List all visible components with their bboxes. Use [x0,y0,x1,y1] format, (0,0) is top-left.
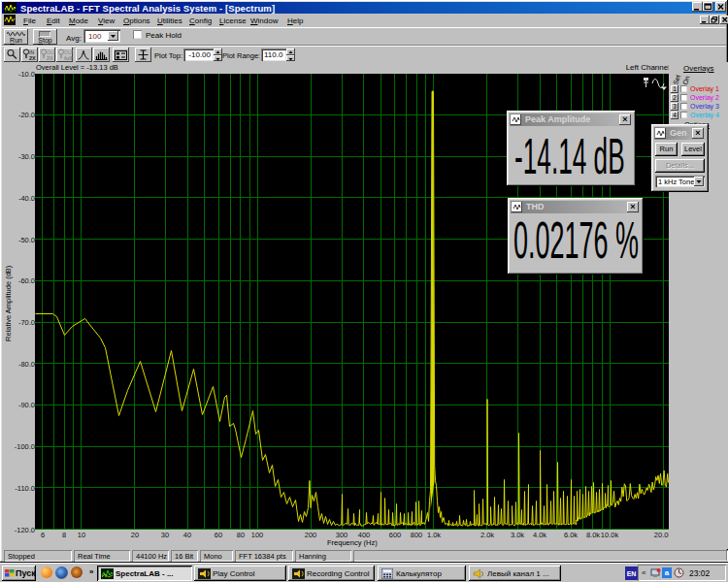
svg-text:full: full [64,55,73,61]
svg-text:2X: 2X [47,55,53,61]
